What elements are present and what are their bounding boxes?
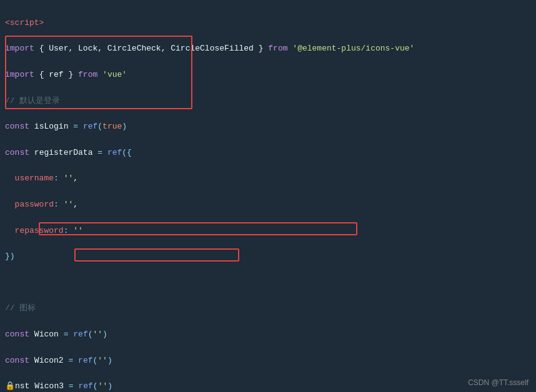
line-11 <box>5 277 531 290</box>
line-13: const Wicon = ref('') <box>5 328 531 341</box>
line-6: const registerData = ref({ <box>5 147 531 160</box>
import-kw: import <box>5 44 34 53</box>
line-14: const Wicon2 = ref('') <box>5 355 531 368</box>
code-editor: <script> import { User, Lock, CircleChec… <box>0 0 536 392</box>
line-8: password: '', <box>5 198 531 212</box>
line-15: 🔒nst Wicon3 = ref('') <box>5 380 531 392</box>
line-9: repassword: '' <box>5 225 531 238</box>
line-7: username: '', <box>5 172 531 185</box>
line-3: import { ref } from 'vue' <box>5 69 531 82</box>
line-1: <script> <box>5 17 531 30</box>
line-2: import { User, Lock, CircleCheck, Circle… <box>5 42 531 56</box>
script-tag: <script> <box>5 18 44 27</box>
line-10: }) <box>5 250 531 263</box>
line-12: // 图标 <box>5 302 531 315</box>
watermark: CSDN @TT.ssself <box>468 378 529 387</box>
line-4: // 默认是登录 <box>5 95 531 108</box>
line-5: const isLogin = ref(true) <box>5 120 531 134</box>
